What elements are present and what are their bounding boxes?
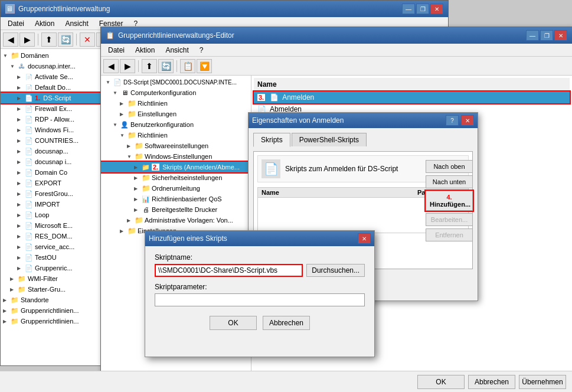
- editor-properties-btn[interactable]: 📋: [180, 59, 195, 73]
- editor-tree-qos[interactable]: ▶ 📊 Richtlinienbasierter QoS: [101, 194, 251, 204]
- editor-restore-btn[interactable]: ❐: [540, 30, 553, 41]
- tree-domaenen[interactable]: ▼ 📁 Domänen: [1, 50, 103, 61]
- tree-grl1[interactable]: ▶ 📁 Gruppenrichtlinien...: [1, 305, 103, 316]
- editor-tree-adminvorlagen[interactable]: ▶ 📁 Administrative Vorlagen: Von...: [101, 215, 251, 226]
- left-tree-panel: ▼ 📁 Domänen ▼ 🖧 docusnap.inter... ▶ 📄 Ac…: [1, 49, 104, 365]
- tree-ds-script[interactable]: ▶ 📄 1. DS-Script: [1, 93, 103, 103]
- expand-default: ▶: [17, 85, 23, 90]
- expand-computerkonfig: ▼: [113, 90, 119, 96]
- expand-drucker: ▶: [134, 207, 140, 213]
- editor-minimize-btn[interactable]: —: [526, 30, 539, 41]
- editor-tree-root[interactable]: ▼ 📄 DS-Script [SMDC0001.DOCUSNAP.INTE...: [101, 77, 251, 87]
- editor-menu-aktion[interactable]: Aktion: [130, 45, 159, 55]
- toolbar-back-btn[interactable]: ◀: [3, 32, 18, 47]
- editor-sep2: [176, 60, 177, 72]
- gpo-icon-docusnapi: 📄: [25, 158, 33, 166]
- tree-wmifilter[interactable]: ▶ 📁 WMI-Filter: [1, 273, 103, 284]
- right-item-anmelden[interactable]: 3. 📄 Anmelden: [254, 92, 570, 103]
- menu-aktion[interactable]: Aktion: [30, 18, 59, 29]
- add-dialog-title-text: Hinzufügen eines Skripts: [149, 234, 227, 243]
- toolbar-refresh-btn[interactable]: 🔄: [58, 32, 73, 47]
- editor-back-btn[interactable]: ◀: [103, 59, 119, 73]
- props-help-btn[interactable]: ?: [446, 115, 459, 126]
- add-dialog-cancel-btn[interactable]: Abbrechen: [263, 316, 310, 330]
- tree-microsofté[interactable]: ▶ 📄 Microsoft E...: [1, 220, 103, 231]
- main-apply-btn[interactable]: Übernehmen: [519, 375, 566, 389]
- tree-gruppenric[interactable]: ▶ 📄 Gruppenric...: [1, 263, 103, 273]
- tree-startergru[interactable]: ▶ 📁 Starter-Gru...: [1, 284, 103, 295]
- main-cancel-btn[interactable]: Abbrechen: [468, 375, 515, 389]
- editor-tree-sicherheit[interactable]: ▶ 📁 Sicherheitseinstellungen: [101, 172, 251, 183]
- editor-tree-richtlinien2[interactable]: ▼ 📁 Richtlinien: [101, 130, 251, 141]
- editor-menu-ansicht[interactable]: Ansicht: [161, 45, 193, 55]
- tree-rdp[interactable]: ▶ 📄 RDP - Allow...: [1, 114, 103, 125]
- editor-refresh-btn[interactable]: 🔄: [158, 59, 174, 73]
- main-restore-btn[interactable]: ❐: [416, 4, 429, 14]
- toolbar-up-btn[interactable]: ⬆: [41, 32, 57, 47]
- add-dialog-ok-btn[interactable]: OK: [210, 316, 257, 330]
- menu-ansicht[interactable]: Ansicht: [60, 18, 93, 29]
- editor-filter-btn[interactable]: 🔽: [197, 59, 212, 73]
- menu-datei[interactable]: Datei: [3, 18, 29, 29]
- bearbeiten-btn[interactable]: Bearbeiten...: [426, 213, 473, 226]
- editor-tree-drucker[interactable]: ▶ 🖨 Bereitgestellte Drucker: [101, 204, 251, 215]
- editor-tree-richtlinien1[interactable]: ▶ 📁 Richtlinien: [101, 98, 251, 109]
- editor-tree-skripts[interactable]: ▶ 📁 2. Skripts (Anmelden/Abme...: [101, 162, 251, 172]
- icon-richtlinien1: 📁: [128, 99, 136, 107]
- tree-serviceacc[interactable]: ▶ 📄 service_acc...: [1, 241, 103, 252]
- tree-forestgrou[interactable]: ▶ 📄 ForestGrou...: [1, 188, 103, 199]
- editor-close-btn[interactable]: ✕: [554, 30, 567, 41]
- main-window-title: Gruppenrichtlinienverwaltung: [18, 5, 110, 13]
- editor-tree-ordnerumleitung[interactable]: ▶ 📁 Ordnerumleitung: [101, 183, 251, 194]
- tree-loop[interactable]: ▶ 📄 Loop: [1, 210, 103, 220]
- browse-button[interactable]: Durchsuchen...: [306, 264, 365, 277]
- editor-tree-benutzerkonfig[interactable]: ▼ 👤 Benutzerkonfiguration: [101, 119, 251, 130]
- editor-up-btn[interactable]: ⬆: [142, 59, 157, 73]
- editor-menu-help[interactable]: ?: [195, 45, 208, 55]
- editor-tree-einstellungen1[interactable]: ▶ 📁 Einstellungen: [101, 109, 251, 119]
- tab-powershell[interactable]: PowerShell-Skripts: [292, 133, 367, 146]
- tree-windowsfi[interactable]: ▶ 📄 Windows Fi...: [1, 125, 103, 135]
- tree-firewall[interactable]: ▶ 📄 Firewall Ex...: [1, 103, 103, 114]
- editor-forward-btn[interactable]: ▶: [120, 59, 135, 73]
- gpo-icon-domainco: 📄: [25, 168, 33, 177]
- editor-tree-softwareeinst[interactable]: ▶ 📁 Softwareeinstellungen: [101, 141, 251, 151]
- hinzufuegen-btn[interactable]: 4. Hinzufügen...: [426, 191, 473, 211]
- expand-grl2: ▶: [3, 319, 9, 324]
- toolbar-forward-btn[interactable]: ▶: [19, 32, 35, 47]
- script-name-input[interactable]: [155, 264, 303, 277]
- tree-default[interactable]: ▶ 📄 Default Do...: [1, 82, 103, 93]
- tree-standorte[interactable]: ▶ 📁 Standorte: [1, 295, 103, 305]
- tree-export[interactable]: ▶ 📄 EXPORT: [1, 178, 103, 188]
- tree-import[interactable]: ▶ 📄 IMPORT: [1, 199, 103, 210]
- tree-grl2[interactable]: ▶ 📁 Gruppenrichtlinien...: [1, 316, 103, 326]
- icon-windowseinst: 📁: [135, 152, 143, 161]
- editor-menu-datei[interactable]: Datei: [103, 45, 129, 55]
- script-name-label: Skriptname:: [155, 253, 365, 262]
- expand-loop: ▶: [17, 213, 23, 218]
- tree-docusnapi[interactable]: ▶ 📄 docusnap i...: [1, 156, 103, 167]
- tree-resdom[interactable]: ▶ 📄 RES_DOM...: [1, 231, 103, 241]
- toolbar-delete-btn[interactable]: ✕: [80, 32, 95, 47]
- main-ok-btn[interactable]: OK: [417, 375, 465, 389]
- tree-domainco[interactable]: ▶ 📄 Domain Co: [1, 167, 103, 178]
- nach-unten-btn[interactable]: Nach unten: [426, 175, 473, 188]
- main-close-btn[interactable]: ✕: [430, 4, 443, 14]
- editor-tree-computerkonfig[interactable]: ▼ 🖥 Computerkonfiguration: [101, 87, 251, 98]
- expand-startergru: ▶: [10, 287, 16, 292]
- tree-docusnap2[interactable]: ▶ 📄 docusnap...: [1, 146, 103, 156]
- tree-docusnap[interactable]: ▼ 🖧 docusnap.inter...: [1, 61, 103, 71]
- editor-window-controls: — ❐ ✕: [526, 30, 567, 41]
- tree-activate[interactable]: ▶ 📄 Activate Se...: [1, 71, 103, 82]
- tab-skripts[interactable]: Skripts: [253, 133, 290, 147]
- nach-oben-btn[interactable]: Nach oben: [426, 160, 473, 173]
- add-dialog-close-btn[interactable]: ✕: [358, 233, 371, 244]
- editor-tree-windowseinst[interactable]: ▼ 📁 Windows-Einstellungen: [101, 151, 251, 162]
- icon-wmifilter: 📁: [18, 275, 26, 283]
- entfernen-btn[interactable]: Entfernen: [426, 228, 473, 241]
- tree-testou[interactable]: ▶ 📄 TestOU: [1, 252, 103, 263]
- script-params-input[interactable]: [155, 293, 365, 306]
- props-close-btn[interactable]: ✕: [461, 115, 474, 126]
- main-minimize-btn[interactable]: —: [402, 4, 415, 14]
- tree-countries[interactable]: ▶ 📄 COUNTRIES...: [1, 135, 103, 146]
